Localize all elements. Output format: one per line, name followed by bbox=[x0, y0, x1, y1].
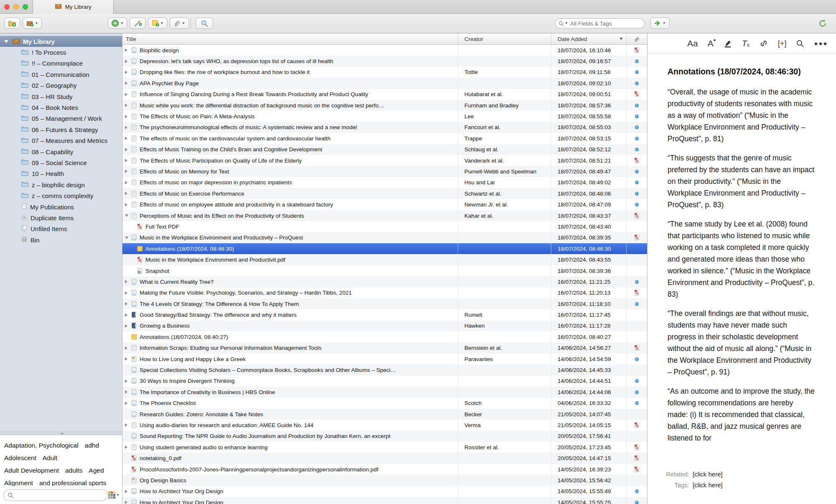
table-row[interactable]: Org Design Basics14/05/2024, 15:56:42 bbox=[122, 475, 647, 486]
expand-twisty-icon[interactable] bbox=[125, 126, 130, 129]
table-row[interactable]: Music in the Workplace Environment and P… bbox=[122, 232, 647, 243]
table-row[interactable]: Dropping like flies: the rise of workpla… bbox=[122, 67, 647, 78]
add-attachment-button[interactable]: ▼ bbox=[170, 18, 189, 29]
new-library-button[interactable]: ▼ bbox=[23, 18, 42, 29]
expand-twisty-icon[interactable] bbox=[125, 81, 130, 85]
tag-item[interactable]: Alignment bbox=[4, 477, 33, 486]
table-row[interactable]: Making the Future Visible: Psychology, S… bbox=[122, 288, 647, 298]
sidebar-item-collection[interactable]: 08 – Capability bbox=[0, 146, 122, 157]
table-row[interactable]: The Importance of Creativity in Business… bbox=[122, 387, 647, 397]
search-input[interactable] bbox=[570, 20, 633, 27]
table-row-selected[interactable]: Annotations (18/07/2024, 08:46:30)18/07/… bbox=[122, 243, 647, 254]
expand-twisty-icon[interactable] bbox=[125, 203, 130, 206]
table-row[interactable]: Annotations (16/07/2024, 08:40:27)16/07/… bbox=[122, 331, 647, 342]
expand-twisty-icon[interactable] bbox=[125, 115, 130, 118]
table-row[interactable]: The Phoenix ChecklistScotch04/06/2024, 1… bbox=[122, 398, 647, 409]
highlight-icon[interactable] bbox=[723, 39, 732, 48]
table-row[interactable]: Special Collections Visiting Scholars – … bbox=[122, 364, 647, 375]
expand-twisty-icon[interactable] bbox=[125, 490, 130, 493]
related-click-here-link[interactable]: [click here] bbox=[693, 469, 723, 480]
link-icon[interactable] bbox=[759, 39, 768, 48]
tags-click-here-link[interactable]: [click here] bbox=[693, 480, 723, 491]
table-row[interactable]: Effects of Music on Memory for TextPurne… bbox=[122, 166, 647, 177]
note-content[interactable]: Annotations (18/07/2024, 08:46:30) “Over… bbox=[647, 54, 836, 464]
sidebar-item-collection[interactable]: 09 – Social Science bbox=[0, 157, 122, 168]
format-text-icon[interactable]: Aa bbox=[687, 39, 698, 48]
table-row[interactable]: Snapshot18/07/2024, 08:39:36 bbox=[122, 265, 647, 276]
tab-my-library[interactable]: My Library bbox=[33, 0, 114, 14]
table-row[interactable]: Effects of Music Training on the Child's… bbox=[122, 144, 647, 155]
expand-twisty-icon[interactable] bbox=[125, 93, 130, 96]
locate-button[interactable]: ▼ bbox=[650, 18, 670, 29]
table-row[interactable]: Using audio-diaries for research and edu… bbox=[122, 420, 647, 430]
table-row[interactable]: The Effects of Music Participation on Qu… bbox=[122, 155, 647, 166]
expand-twisty-icon[interactable] bbox=[125, 192, 130, 195]
sidebar-item-collection[interactable]: !! – Commonplace bbox=[0, 58, 122, 69]
advanced-search-button[interactable] bbox=[196, 18, 213, 29]
column-header-creator[interactable]: Creator bbox=[458, 33, 551, 44]
zoom-window-button[interactable] bbox=[23, 4, 28, 10]
table-row[interactable]: The psychoneuroimmunological effects of … bbox=[122, 122, 647, 133]
table-row[interactable]: APA PsycNet Buy Page18/07/2024, 09:02:10 bbox=[122, 78, 647, 89]
sidebar-item-collection[interactable]: z – comms complexity bbox=[0, 190, 122, 201]
expand-twisty-icon[interactable] bbox=[125, 48, 130, 52]
note-search-icon[interactable] bbox=[796, 39, 804, 48]
tag-item[interactable]: Adolescent bbox=[4, 452, 36, 464]
collapse-twisty-icon[interactable] bbox=[125, 237, 130, 239]
table-row[interactable]: Using student generated audio to enhance… bbox=[122, 442, 647, 453]
expand-twisty-icon[interactable] bbox=[125, 170, 130, 173]
table-row[interactable]: Research Guides: Zotero: Annotate & Take… bbox=[122, 409, 647, 420]
column-header-date-added[interactable]: Date Added bbox=[551, 33, 627, 44]
table-row[interactable]: Music in the Workplace Environment and P… bbox=[122, 254, 647, 265]
sidebar-item-my-publications[interactable]: My Publications bbox=[0, 201, 122, 212]
table-row[interactable]: Information Scraps: Eluding our Personal… bbox=[122, 343, 647, 354]
sync-button[interactable] bbox=[814, 18, 831, 29]
tag-item[interactable]: Adaptation, Psychological bbox=[4, 439, 79, 452]
expand-twisty-icon[interactable] bbox=[125, 324, 130, 328]
table-row[interactable]: ProcofAssocforInfo-2007-Jones-Planningpe… bbox=[122, 464, 647, 475]
sidebar-item-my-library[interactable]: My Library bbox=[0, 36, 122, 47]
expand-twisty-icon[interactable] bbox=[125, 501, 130, 504]
expand-twisty-icon[interactable] bbox=[125, 291, 130, 295]
table-row[interactable]: Influence of Singing Dancing During a Re… bbox=[122, 89, 647, 100]
collapse-twisty-icon[interactable] bbox=[125, 214, 130, 217]
sidebar-item-bin[interactable]: Bin bbox=[0, 234, 122, 245]
expand-twisty-icon[interactable] bbox=[125, 402, 130, 405]
quick-search-field[interactable]: ▼ bbox=[555, 18, 645, 28]
table-row[interactable]: notetaking_0.pdf20/05/2024, 14:47:15 bbox=[122, 453, 647, 463]
sidebar-item-collection[interactable]: 10 – Health bbox=[0, 168, 122, 179]
tag-selector-splitter[interactable] bbox=[0, 431, 122, 435]
table-row[interactable]: Depression: let's talk says WHO, as depr… bbox=[122, 56, 647, 66]
more-options-icon[interactable]: ●●● bbox=[814, 40, 828, 47]
column-header-title[interactable]: Title bbox=[122, 33, 458, 44]
table-row[interactable]: Sound Reporting: The NPR Guide to Audio … bbox=[122, 431, 647, 442]
table-row[interactable]: Effects of music on employee attitude an… bbox=[122, 199, 647, 210]
table-row[interactable]: Music while you work: the differential d… bbox=[122, 100, 647, 111]
tag-item[interactable]: adhd bbox=[85, 439, 99, 452]
clear-formatting-icon[interactable]: Tx bbox=[742, 39, 749, 48]
table-row[interactable]: The 4 Levels Of Strategy: The Difference… bbox=[122, 298, 647, 309]
expand-twisty-icon[interactable] bbox=[125, 379, 130, 383]
sidebar-item-collection[interactable]: ! To Process bbox=[0, 47, 122, 58]
table-row[interactable]: The effects of music on the cardiovascul… bbox=[122, 133, 647, 144]
tag-item[interactable]: Adult Development bbox=[4, 464, 59, 477]
expand-twisty-icon[interactable] bbox=[125, 71, 130, 74]
add-by-identifier-button[interactable] bbox=[130, 18, 145, 29]
expand-twisty-icon[interactable] bbox=[125, 137, 130, 140]
sidebar-item-unfiled-items[interactable]: Unfiled Items bbox=[0, 224, 122, 234]
expand-twisty-icon[interactable] bbox=[125, 313, 130, 317]
table-row[interactable]: Effects of Music on Exercise Performance… bbox=[122, 188, 647, 199]
minimize-window-button[interactable] bbox=[13, 4, 19, 10]
disclosure-triangle-icon[interactable] bbox=[4, 40, 8, 43]
tag-search-field[interactable] bbox=[3, 489, 108, 501]
sidebar-item-collection[interactable]: 05 – Management / Work bbox=[0, 113, 122, 124]
expand-twisty-icon[interactable] bbox=[125, 302, 130, 305]
sidebar-item-collection[interactable]: 02 – Geography bbox=[0, 80, 122, 91]
insert-citation-icon[interactable]: [+] bbox=[778, 40, 787, 47]
tag-item[interactable]: Adult bbox=[43, 452, 57, 464]
table-row[interactable]: How to Architect Your Org Design14/05/20… bbox=[122, 486, 647, 497]
expand-twisty-icon[interactable] bbox=[125, 104, 130, 107]
new-collection-button[interactable] bbox=[4, 18, 20, 29]
table-row[interactable]: Biophilic design18/07/2024, 16:10:46 bbox=[122, 45, 647, 56]
expand-twisty-icon[interactable] bbox=[125, 148, 130, 151]
